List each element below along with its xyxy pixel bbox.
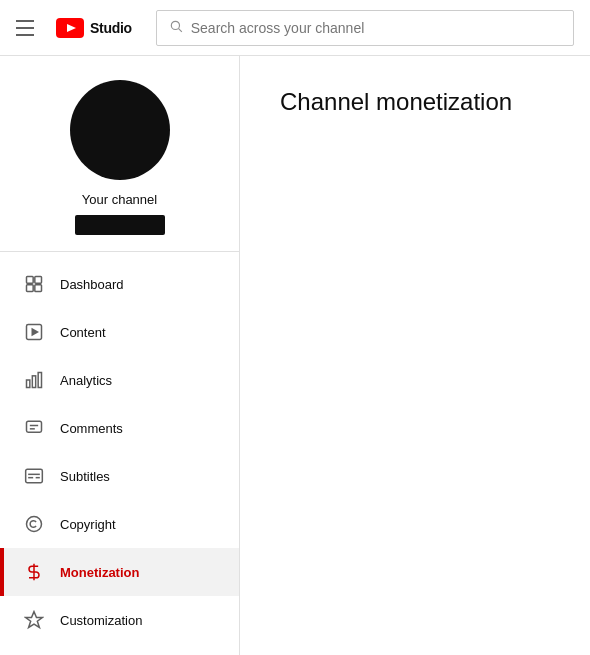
sidebar-item-copyright[interactable]: Copyright	[0, 500, 239, 548]
svg-rect-12	[38, 373, 41, 388]
monetization-icon	[24, 562, 44, 582]
avatar	[70, 80, 170, 180]
svg-line-3	[178, 29, 181, 32]
search-icon	[169, 19, 183, 36]
sidebar: Your channel Dashboard	[0, 56, 240, 655]
content-icon	[24, 322, 44, 342]
channel-name-bar	[75, 215, 165, 235]
customization-icon	[24, 610, 44, 630]
sidebar-item-subtitles[interactable]: Subtitles	[0, 452, 239, 500]
youtube-logo-icon	[56, 18, 84, 38]
sidebar-item-label-dashboard: Dashboard	[60, 277, 124, 292]
sidebar-item-label-content: Content	[60, 325, 106, 340]
content-area: Channel monetization	[240, 56, 590, 655]
comments-icon	[24, 418, 44, 438]
studio-logo-text: Studio	[90, 20, 132, 36]
svg-rect-4	[27, 277, 34, 284]
sidebar-item-label-copyright: Copyright	[60, 517, 116, 532]
svg-rect-11	[32, 376, 35, 388]
sidebar-item-label-analytics: Analytics	[60, 373, 112, 388]
copyright-icon	[24, 514, 44, 534]
hamburger-button[interactable]	[16, 16, 40, 40]
svg-rect-10	[27, 380, 30, 388]
svg-rect-5	[35, 277, 42, 284]
svg-point-2	[171, 21, 179, 29]
sidebar-item-analytics[interactable]: Analytics	[0, 356, 239, 404]
svg-rect-6	[27, 285, 34, 292]
search-input[interactable]	[191, 20, 561, 36]
channel-label: Your channel	[82, 192, 157, 207]
analytics-icon	[24, 370, 44, 390]
search-bar[interactable]	[156, 10, 574, 46]
subtitles-icon	[24, 466, 44, 486]
nav-list: Dashboard Content	[0, 252, 239, 652]
svg-rect-16	[26, 469, 43, 482]
svg-point-20	[27, 517, 42, 532]
dashboard-icon	[24, 274, 44, 294]
sidebar-item-label-subtitles: Subtitles	[60, 469, 110, 484]
sidebar-item-monetization[interactable]: Monetization	[0, 548, 239, 596]
svg-rect-13	[27, 421, 42, 432]
channel-section: Your channel	[0, 56, 239, 252]
main-layout: Your channel Dashboard	[0, 56, 590, 655]
sidebar-item-customization[interactable]: Customization	[0, 596, 239, 644]
svg-marker-9	[32, 328, 40, 336]
page-title: Channel monetization	[280, 88, 550, 116]
sidebar-item-comments[interactable]: Comments	[0, 404, 239, 452]
sidebar-item-dashboard[interactable]: Dashboard	[0, 260, 239, 308]
svg-rect-7	[35, 285, 42, 292]
sidebar-item-label-customization: Customization	[60, 613, 142, 628]
logo-area: Studio	[56, 18, 132, 38]
sidebar-item-label-monetization: Monetization	[60, 565, 139, 580]
sidebar-item-content[interactable]: Content	[0, 308, 239, 356]
header: Studio	[0, 0, 590, 56]
sidebar-item-label-comments: Comments	[60, 421, 123, 436]
